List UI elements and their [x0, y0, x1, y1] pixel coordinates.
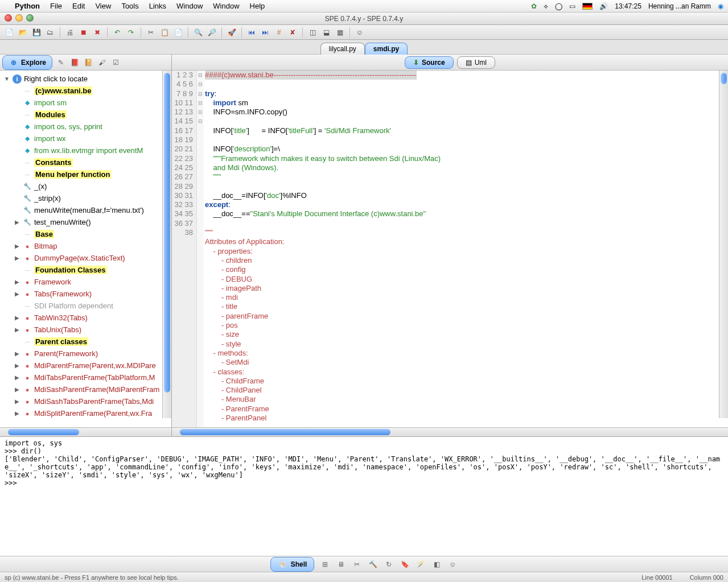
tree-row[interactable]: ◆import wx — [0, 133, 171, 145]
zoom-in-icon[interactable]: 🔍 — [192, 27, 204, 38]
menu-help[interactable]: Help — [250, 2, 265, 10]
redo-icon[interactable]: ↷ — [125, 27, 137, 38]
tree-row[interactable]: 🔧menuWrite(menuBar,f='menu.txt') — [0, 204, 171, 216]
doc-tab-smdi[interactable]: smdi.py — [365, 43, 408, 55]
brush-icon[interactable]: 🖌 — [97, 57, 107, 68]
hash-icon[interactable]: # — [273, 27, 285, 38]
tree-row[interactable]: ▶●TabUnix(Tabs) — [0, 324, 171, 336]
tree-row[interactable]: ▶●Framework — [0, 276, 171, 288]
tree-row[interactable]: ◆import sm — [0, 97, 171, 109]
monitor-icon[interactable]: 🖥 — [336, 559, 346, 569]
wand-icon[interactable]: 🪄 — [416, 559, 426, 569]
tree-row[interactable]: ▶●MdiSplitParentFrame(Parent,wx.Fra — [0, 407, 171, 419]
debug-icon[interactable]: ✘ — [287, 27, 298, 38]
run-icon[interactable]: 🚀 — [226, 27, 237, 38]
tab-shell[interactable]: 🐚 Shell — [270, 557, 315, 572]
editor-horizontal-scrollbar[interactable] — [172, 427, 728, 436]
tree-vertical-scrollbar[interactable] — [162, 71, 171, 418]
doc-tab-lilycall[interactable]: lilycall.py — [320, 43, 365, 55]
smiley-icon[interactable]: ☺ — [354, 27, 365, 38]
menubar-clock[interactable]: 13:47:25 — [615, 2, 641, 10]
new-file-icon[interactable]: 📄 — [3, 27, 15, 38]
check-icon[interactable]: ☑ — [110, 57, 121, 68]
explorer-tree[interactable]: ▼iRight click to locate─(c)www.stani.be◆… — [0, 71, 171, 427]
hammer-icon[interactable]: 🔨 — [368, 559, 378, 569]
menubar-user[interactable]: Henning ...an Ramm — [648, 2, 711, 10]
editor-vertical-scrollbar[interactable] — [719, 71, 728, 418]
undo-icon[interactable]: ↶ — [112, 27, 123, 38]
tree-row[interactable]: 🔧_(x) — [0, 180, 171, 192]
tree-row[interactable]: ▼iRight click to locate — [0, 73, 171, 85]
copy-icon[interactable]: 📋 — [159, 27, 170, 38]
tree-row[interactable]: ◆import os, sys, pprint — [0, 121, 171, 133]
tree-horizontal-scrollbar[interactable] — [0, 427, 171, 436]
tree-row[interactable]: ─Parent classes — [0, 336, 171, 348]
menu-view[interactable]: View — [95, 2, 111, 10]
scissors-icon[interactable]: ✂ — [352, 559, 362, 569]
code-editor[interactable]: 1 2 3 4 5 6 7 8 9 10 11 12 13 14 15 16 1… — [172, 71, 728, 427]
tree-row[interactable]: ▶●MdiSashTabsParentFrame(Tabs,Mdi — [0, 395, 171, 407]
tree-row[interactable]: ▶●DummyPage(wx.StaticText) — [0, 252, 171, 264]
refresh-icon[interactable]: ↻ — [384, 559, 394, 569]
tree-row[interactable]: ─Base — [0, 228, 171, 240]
open-file-icon[interactable]: 📂 — [17, 27, 28, 38]
tree-row[interactable]: ▶●TabWin32(Tabs) — [0, 312, 171, 324]
tree-row[interactable]: ▶●MdiTabsParentFrame(TabPlatform,M — [0, 372, 171, 383]
app-name[interactable]: Python — [15, 2, 40, 10]
tab-explore[interactable]: ⊕ Explore — [2, 55, 52, 70]
spotlight-icon[interactable]: ◉ — [718, 2, 723, 10]
tree-row[interactable]: ─Constants — [0, 156, 171, 168]
tree-row[interactable]: ▶🔧test_menuWrite() — [0, 216, 171, 228]
tree-row[interactable]: ─Menu helper function — [0, 168, 171, 180]
tree-row[interactable]: ─(c)www.stani.be — [0, 85, 171, 97]
tree-row[interactable]: ▶●MdiParentFrame(Parent,wx.MDIPare — [0, 360, 171, 372]
split-v-icon[interactable]: ⬓ — [320, 27, 332, 38]
shell-output[interactable]: import os, sys >>> dir() ['Blender', 'Ch… — [0, 437, 728, 556]
menu-window-1[interactable]: Window — [176, 2, 203, 10]
tree-row[interactable]: ─SDI Platform dependent — [0, 300, 171, 312]
fold-column[interactable]: ⊟ ⊟ ⊟ ⊟ ⊟ ⊟ — [197, 71, 204, 427]
book-icon[interactable]: 📕 — [69, 57, 80, 68]
menu-window-2[interactable]: Window — [213, 2, 239, 10]
tab-source[interactable]: ⬇ Source — [405, 56, 454, 69]
tree-row[interactable]: ─Foundation Classes — [0, 264, 171, 276]
notes-icon[interactable]: 📔 — [83, 57, 93, 68]
tree-row[interactable]: ◆from wx.lib.evtmgr import eventM — [0, 145, 171, 156]
paste-icon[interactable]: 📄 — [172, 27, 184, 38]
tab-uml[interactable]: ▤ Uml — [457, 56, 495, 69]
print-icon[interactable]: 🖨 — [64, 27, 76, 38]
menuextra-display-icon[interactable]: ▭ — [569, 2, 575, 10]
menuextra-bluetooth-icon[interactable]: ⟡ — [544, 2, 548, 10]
tree-row[interactable]: ▶●Tabs(Framework) — [0, 288, 171, 300]
window-titlebar[interactable]: SPE 0.7.4.y - SPE 0.7.4.y — [0, 13, 728, 25]
menuextra-leaf-icon[interactable]: ✿ — [531, 2, 537, 10]
menu-file[interactable]: File — [50, 2, 62, 10]
close-icon[interactable]: ✖ — [92, 27, 103, 38]
tree-row[interactable]: 🔧_strip(x) — [0, 192, 171, 204]
menu-tools[interactable]: Tools — [121, 2, 138, 10]
split-h-icon[interactable]: ◫ — [307, 27, 318, 38]
menu-edit[interactable]: Edit — [72, 2, 85, 10]
save-icon[interactable]: 💾 — [31, 27, 42, 38]
menuextra-volume-icon[interactable]: 🔊 — [599, 2, 608, 10]
cut-icon[interactable]: ✂ — [145, 27, 157, 38]
next-icon[interactable]: ⏭ — [260, 27, 271, 38]
save-all-icon[interactable]: 🗂 — [44, 27, 56, 38]
bookmark-icon[interactable]: 🔖 — [400, 559, 410, 569]
menuextra-battery-icon[interactable]: ◯ — [555, 2, 562, 10]
minimize-window-button[interactable] — [15, 14, 23, 22]
tree-row[interactable]: ▶●Bitmap — [0, 240, 171, 252]
zoom-window-button[interactable] — [26, 14, 34, 22]
menuextra-input-flag-icon[interactable] — [582, 3, 593, 10]
eraser-icon[interactable]: ◧ — [431, 559, 442, 569]
stop-icon[interactable]: ⏹ — [78, 27, 89, 38]
grid-icon[interactable]: ⊞ — [320, 559, 330, 569]
face-icon[interactable]: ☺ — [447, 559, 458, 569]
zoom-out-icon[interactable]: 🔎 — [206, 27, 217, 38]
code-area[interactable]: ####(c)www.stani.be---------------------… — [204, 71, 728, 427]
menu-links[interactable]: Links — [149, 2, 166, 10]
tree-row[interactable]: ─Modules — [0, 109, 171, 121]
tree-row[interactable]: ▶●MdiSashParentFrame(MdiParentFram — [0, 383, 171, 395]
layout-icon[interactable]: ▦ — [334, 27, 346, 38]
pencil-icon[interactable]: ✎ — [56, 57, 66, 68]
